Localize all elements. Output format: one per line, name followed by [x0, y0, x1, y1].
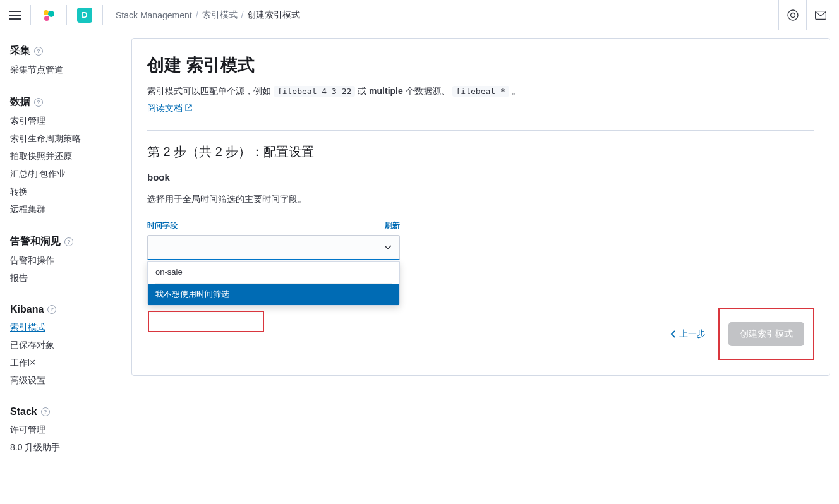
sidebar-item-saved-objects[interactable]: 已保存对象	[0, 337, 121, 354]
sidebar-heading: Stack?	[0, 402, 121, 421]
sidebar-item-transform[interactable]: 转换	[0, 183, 121, 201]
breadcrumb-item[interactable]: 索引模式	[202, 9, 238, 21]
divider	[102, 5, 103, 25]
space-selector[interactable]: D	[77, 8, 92, 23]
pattern-name: book	[147, 172, 814, 183]
breadcrumb-sep: /	[196, 10, 198, 20]
sidebar-item-index-patterns[interactable]: 索引模式	[0, 319, 121, 337]
desc-text: 个数据源、	[406, 86, 452, 96]
sidebar-item-rollup[interactable]: 汇总/打包作业	[0, 165, 121, 183]
svg-point-1	[48, 11, 54, 17]
help-icon[interactable]: ?	[64, 237, 73, 246]
divider	[66, 5, 67, 25]
desc-text: 索引模式可以匹配单个源，例如	[147, 86, 274, 96]
sidebar-heading: 采集?	[0, 40, 121, 61]
lifebuoy-icon	[787, 9, 799, 21]
sidebar: 采集? 采集节点管道 数据? 索引管理 索引生命周期策略 拍取快照并还原 汇总/…	[0, 30, 121, 479]
sidebar-item-spaces[interactable]: 工作区	[0, 354, 121, 372]
sidebar-item-snapshot[interactable]: 拍取快照并还原	[0, 148, 121, 165]
link-text: 阅读文档	[147, 101, 183, 115]
sidebar-item-ilm[interactable]: 索引生命周期策略	[0, 130, 121, 148]
divider	[30, 5, 31, 25]
code-example-1: filebeat-4-3-22	[274, 86, 355, 97]
desc-text: 或	[358, 86, 369, 96]
chevron-down-icon	[384, 245, 392, 250]
svg-rect-5	[815, 11, 826, 19]
sidebar-heading: 数据?	[0, 92, 121, 112]
footer-actions: 上一步 创建索引模式	[147, 308, 814, 360]
sidebar-section-ingest: 采集? 采集节点管道	[0, 40, 121, 79]
time-field-dropdown: on-sale 我不想使用时间筛选	[147, 261, 400, 306]
breadcrumb: Stack Management / 索引模式 / 创建索引模式	[116, 9, 300, 21]
time-field-select[interactable]	[147, 235, 400, 260]
field-header-row: 时间字段 刷新	[147, 220, 400, 231]
heading-text: 采集	[10, 44, 30, 57]
mail-button[interactable]	[806, 0, 834, 30]
create-index-pattern-button[interactable]: 创建索引模式	[728, 322, 804, 346]
time-field-label: 时间字段	[147, 220, 178, 231]
back-button[interactable]: 上一步	[670, 328, 706, 340]
dropdown-option-onsale[interactable]: on-sale	[148, 262, 399, 282]
page-title: 创建 索引模式	[147, 54, 814, 76]
refresh-link[interactable]: 刷新	[385, 220, 400, 231]
svg-point-4	[790, 13, 795, 17]
heading-text: Kibana	[10, 304, 44, 315]
topbar: D Stack Management / 索引模式 / 创建索引模式	[0, 0, 839, 30]
svg-point-3	[788, 10, 798, 20]
content-area: 创建 索引模式 索引模式可以匹配单个源，例如 filebeat-4-3-22 或…	[121, 30, 839, 479]
read-docs-link[interactable]: 阅读文档	[147, 101, 192, 115]
sidebar-heading: 告警和洞见?	[0, 231, 121, 252]
sidebar-item-advanced[interactable]: 高级设置	[0, 372, 121, 390]
sidebar-section-kibana: Kibana? 索引模式 已保存对象 工作区 高级设置	[0, 300, 121, 390]
heading-text: 告警和洞见	[10, 235, 61, 248]
hamburger-icon	[9, 11, 21, 20]
time-field-select-wrap: on-sale 我不想使用时间筛选	[147, 235, 400, 260]
sidebar-item-upgrade[interactable]: 8.0 升级助手	[0, 439, 121, 457]
sidebar-item-reports[interactable]: 报告	[0, 270, 121, 287]
dropdown-option-no-time-filter[interactable]: 我不想使用时间筛选	[148, 284, 399, 305]
sidebar-item-remote[interactable]: 远程集群	[0, 201, 121, 219]
sidebar-item-alerts[interactable]: 告警和操作	[0, 252, 121, 270]
external-link-icon	[185, 104, 192, 111]
menu-toggle[interactable]	[5, 5, 25, 25]
create-index-pattern-panel: 创建 索引模式 索引模式可以匹配单个源，例如 filebeat-4-3-22 或…	[131, 38, 830, 376]
sidebar-item-pipelines[interactable]: 采集节点管道	[0, 61, 121, 79]
step-title: 第 2 步（共 2 步）：配置设置	[147, 143, 814, 160]
horizontal-rule	[147, 130, 814, 131]
desc-text: 。	[512, 86, 521, 96]
help-icon[interactable]: ?	[34, 47, 43, 56]
desc-bold: multiple	[369, 86, 403, 96]
page-description: 索引模式可以匹配单个源，例如 filebeat-4-3-22 或 multipl…	[147, 84, 814, 115]
logo-icon	[42, 8, 56, 22]
breadcrumb-item: 创建索引模式	[247, 9, 300, 21]
svg-point-2	[44, 16, 49, 21]
heading-text: Stack	[10, 406, 37, 417]
heading-text: 数据	[10, 95, 30, 109]
topbar-right	[778, 0, 834, 30]
code-example-2: filebeat-*	[452, 86, 509, 97]
annotation-highlight: 创建索引模式	[718, 308, 814, 360]
breadcrumb-item[interactable]: Stack Management	[116, 10, 192, 20]
help-icon[interactable]: ?	[47, 305, 56, 314]
sidebar-item-index-mgmt[interactable]: 索引管理	[0, 112, 121, 130]
sidebar-section-stack: Stack? 许可管理 8.0 升级助手	[0, 402, 121, 457]
back-label: 上一步	[679, 328, 706, 340]
help-icon[interactable]: ?	[41, 407, 50, 416]
help-icon[interactable]: ?	[34, 98, 43, 107]
main-layout: 采集? 采集节点管道 数据? 索引管理 索引生命周期策略 拍取快照并还原 汇总/…	[0, 30, 839, 479]
elastic-logo[interactable]	[41, 8, 56, 23]
newsfeed-button[interactable]	[778, 0, 806, 30]
mail-icon	[815, 11, 826, 20]
sidebar-item-license[interactable]: 许可管理	[0, 421, 121, 439]
sidebar-section-data: 数据? 索引管理 索引生命周期策略 拍取快照并还原 汇总/打包作业 转换 远程集…	[0, 92, 121, 219]
sidebar-heading: Kibana?	[0, 300, 121, 319]
chevron-left-icon	[670, 330, 675, 338]
sidebar-section-alerts: 告警和洞见? 告警和操作 报告	[0, 231, 121, 287]
breadcrumb-sep: /	[241, 10, 244, 20]
step-subtext: 选择用于全局时间筛选的主要时间字段。	[147, 194, 814, 205]
svg-point-0	[44, 10, 49, 15]
